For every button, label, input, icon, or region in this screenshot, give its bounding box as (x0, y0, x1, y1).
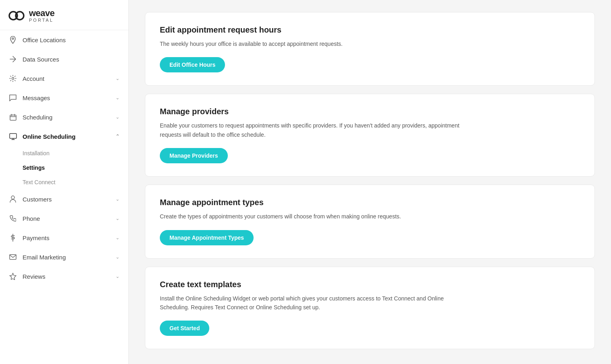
card-manage-providers: Manage providers Enable your customers t… (145, 94, 595, 177)
svg-point-6 (11, 196, 14, 199)
monitor-icon (9, 132, 17, 140)
card-manage-providers-title: Manage providers (160, 107, 580, 116)
sidebar-item-messages[interactable]: Messages ⌄ (0, 88, 128, 107)
svg-point-2 (12, 38, 14, 39)
account-chevron-icon: ⌄ (116, 76, 120, 81)
sidebar-item-messages-label: Messages (23, 95, 110, 101)
messages-chevron-icon: ⌄ (116, 95, 120, 101)
sidebar-item-data-sources[interactable]: Data Sources (0, 49, 128, 69)
scheduling-chevron-icon: ⌄ (116, 114, 120, 120)
sidebar-item-payments-label: Payments (23, 234, 110, 241)
card-manage-appointment-types: Manage appointment types Create the type… (145, 185, 595, 258)
sidebar-item-customers[interactable]: Customers ⌄ (0, 189, 128, 209)
sidebar-item-online-scheduling[interactable]: Online Scheduling ⌃ (0, 127, 128, 146)
sidebar-item-phone[interactable]: Phone ⌄ (0, 209, 128, 228)
sidebar-item-data-sources-label: Data Sources (23, 56, 120, 63)
sidebar-sub-item-installation[interactable]: Installation (0, 146, 128, 160)
logo-area: weave PORTAL (0, 0, 128, 30)
reviews-chevron-icon: ⌄ (116, 274, 120, 279)
sidebar-item-scheduling[interactable]: Scheduling ⌄ (0, 107, 128, 127)
svg-point-3 (12, 78, 14, 80)
logo-portal-label: PORTAL (29, 18, 55, 23)
weave-logo-icon (8, 7, 25, 24)
sidebar-sub-item-text-connect[interactable]: Text Connect (0, 175, 128, 189)
card-manage-appointment-types-desc: Create the types of appointments your cu… (160, 212, 462, 221)
sidebar-item-reviews[interactable]: Reviews ⌄ (0, 267, 128, 286)
sidebar-item-phone-label: Phone (23, 215, 110, 222)
sidebar-item-payments[interactable]: Payments ⌄ (0, 228, 128, 247)
svg-rect-4 (10, 115, 16, 120)
edit-office-hours-button[interactable]: Edit Office Hours (160, 57, 225, 72)
star-icon (9, 272, 17, 280)
email-icon (9, 253, 17, 261)
sidebar-item-online-scheduling-label: Online Scheduling (23, 133, 110, 140)
sidebar-sub-item-settings[interactable]: Settings (0, 160, 128, 175)
sidebar: weave PORTAL Office Locations Data Sourc… (0, 0, 129, 364)
manage-appointment-types-button[interactable]: Manage Appointment Types (160, 230, 254, 245)
card-create-text-templates-title: Create text templates (160, 280, 580, 289)
card-create-text-templates-desc: Install the Online Scheduling Widget or … (160, 294, 462, 312)
location-icon (9, 36, 17, 44)
logo-weave-label: weave (29, 9, 55, 18)
card-edit-hours: Edit appointment request hours The weekl… (145, 12, 595, 86)
sidebar-item-scheduling-label: Scheduling (23, 114, 110, 121)
phone-icon (9, 214, 17, 222)
svg-rect-7 (10, 255, 16, 259)
sidebar-item-reviews-label: Reviews (23, 273, 110, 280)
data-sources-icon (9, 55, 17, 63)
payments-chevron-icon: ⌄ (116, 235, 120, 241)
main-content: Edit appointment request hours The weekl… (129, 0, 611, 364)
svg-rect-5 (10, 134, 17, 138)
card-manage-appointment-types-title: Manage appointment types (160, 198, 580, 207)
gear-icon (9, 74, 17, 82)
card-create-text-templates: Create text templates Install the Online… (145, 267, 595, 350)
manage-providers-button[interactable]: Manage Providers (160, 148, 228, 163)
email-marketing-chevron-icon: ⌄ (116, 254, 120, 260)
calendar-icon (9, 113, 17, 121)
sidebar-item-customers-label: Customers (23, 196, 110, 203)
customers-chevron-icon: ⌄ (116, 196, 120, 202)
card-edit-hours-title: Edit appointment request hours (160, 25, 580, 35)
person-icon (9, 195, 17, 203)
sidebar-item-account-label: Account (23, 75, 110, 82)
get-started-button[interactable]: Get Started (160, 321, 209, 336)
card-edit-hours-desc: The weekly hours your office is availabl… (160, 39, 462, 48)
online-scheduling-chevron-icon: ⌃ (116, 134, 120, 139)
sidebar-item-email-marketing[interactable]: Email Marketing ⌄ (0, 247, 128, 267)
sidebar-item-account[interactable]: Account ⌄ (0, 69, 128, 88)
phone-chevron-icon: ⌄ (116, 216, 120, 221)
sidebar-item-office-locations[interactable]: Office Locations (0, 30, 128, 49)
logo-text: weave PORTAL (29, 9, 55, 23)
sidebar-item-office-locations-label: Office Locations (23, 37, 120, 43)
chat-icon (9, 94, 17, 102)
dollar-icon (9, 234, 17, 242)
sidebar-item-email-marketing-label: Email Marketing (23, 254, 110, 261)
card-manage-providers-desc: Enable your customers to request appoint… (160, 121, 462, 139)
